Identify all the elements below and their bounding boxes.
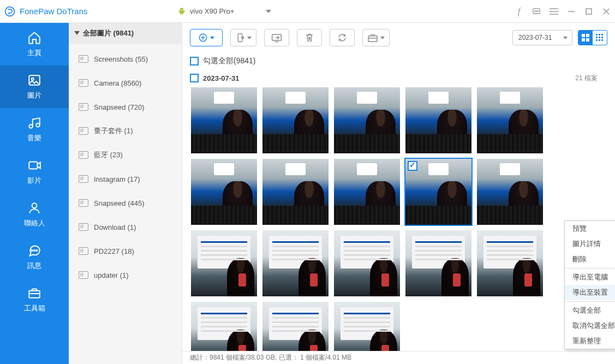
svg-point-17 (32, 203, 37, 208)
export-device-button[interactable] (230, 29, 256, 46)
thumbnail-checkbox[interactable] (408, 161, 417, 171)
album-header-label: 全部圖片 (9841) (83, 28, 134, 38)
nav-contact[interactable]: 聯絡人 (0, 193, 69, 236)
nav-label: 影片 (27, 176, 41, 186)
context-menu-item[interactable]: 導出至裝置 (565, 285, 615, 300)
toolbox-button[interactable] (362, 29, 390, 46)
svg-rect-34 (599, 34, 600, 35)
context-menu-item[interactable]: 勾選全部 (565, 303, 615, 318)
thumbnail[interactable] (262, 159, 329, 225)
svg-rect-39 (596, 39, 598, 41)
svg-point-15 (36, 123, 40, 127)
context-menu-item[interactable]: 取消勾選全部 (565, 318, 615, 333)
svg-rect-29 (582, 34, 585, 37)
select-all-label: 勾選全部(9841) (203, 56, 255, 66)
album-item[interactable]: Snapseed (445) (69, 191, 182, 215)
export-pc-button[interactable] (264, 29, 289, 46)
album-label: 量子套件 (1) (94, 126, 133, 136)
svg-rect-37 (599, 37, 600, 38)
album-item[interactable]: Download (1) (69, 215, 182, 239)
context-menu-item[interactable]: 導出至電腦 (565, 270, 615, 285)
thumbnail[interactable] (334, 159, 400, 225)
album-panel-header[interactable]: 全部圖片 (9841) (69, 23, 182, 44)
delete-button[interactable] (297, 29, 322, 46)
svg-point-4 (538, 10, 538, 11)
album-label: Snapseed (720) (94, 103, 145, 111)
thumbnail[interactable] (477, 87, 543, 153)
toolbar: 2023-07-31 (182, 23, 615, 52)
grid-large-view[interactable] (578, 31, 593, 45)
thumbnail[interactable] (477, 230, 543, 296)
album-item[interactable]: Camera (8560) (69, 71, 182, 95)
context-menu-item[interactable]: 預覽 (565, 221, 615, 236)
device-selector[interactable]: vivo X90 Pro+ (178, 7, 271, 16)
album-icon (79, 271, 88, 279)
album-item[interactable]: 藍牙 (23) (69, 143, 182, 167)
thumbnail[interactable] (405, 159, 471, 225)
context-menu: 預覽圖片詳情刪除導出至電腦導出至裝置勾選全部取消勾選全部重新整理 (564, 220, 615, 349)
thumbnail[interactable] (405, 230, 471, 296)
thumbnail[interactable] (477, 159, 543, 225)
album-icon (79, 151, 88, 159)
album-item[interactable]: updater (1) (69, 263, 182, 287)
album-item[interactable]: PD2227 (18) (69, 239, 182, 263)
facebook-icon[interactable]: f (515, 7, 523, 16)
thumbnail[interactable] (191, 159, 257, 225)
nav-toolbox[interactable]: 工具箱 (0, 278, 69, 321)
svg-rect-21 (29, 291, 40, 298)
svg-point-0 (5, 7, 15, 16)
album-label: Download (1) (94, 223, 136, 231)
album-item[interactable]: Snapseed (720) (69, 95, 182, 119)
thumbnail[interactable] (262, 87, 329, 153)
refresh-icon (337, 33, 347, 43)
svg-rect-28 (368, 36, 377, 41)
thumbnail[interactable] (191, 230, 257, 296)
group-date: 2023-07-31 (203, 74, 240, 82)
nav-home[interactable]: 主頁 (0, 23, 69, 65)
refresh-button[interactable] (330, 29, 355, 46)
thumbnail[interactable] (191, 302, 257, 351)
album-item[interactable]: 量子套件 (1) (69, 119, 182, 143)
nav-label: 主頁 (27, 48, 41, 58)
thumbnail-grid (183, 87, 615, 351)
status-text: 總計：9841 個檔案/38.03 GB; 已選： 1 個檔案/4.01 MB (190, 353, 351, 362)
thumbnail[interactable] (405, 87, 471, 153)
thumbnail[interactable] (334, 302, 400, 351)
album-icon (79, 103, 88, 111)
grid-small-view[interactable] (593, 31, 607, 45)
album-item[interactable]: Instagram (17) (69, 167, 182, 191)
album-panel: 全部圖片 (9841) Screenshots (55)Camera (8560… (69, 23, 182, 364)
date-filter[interactable]: 2023-07-31 (512, 30, 572, 45)
thumbnail[interactable] (334, 230, 400, 296)
group-checkbox[interactable] (190, 74, 199, 82)
context-menu-item[interactable]: 重新整理 (565, 333, 615, 349)
thumbnail[interactable] (191, 87, 257, 153)
nav-message[interactable]: 訊息 (0, 236, 69, 278)
thumbnail[interactable] (262, 230, 329, 296)
thumbnail[interactable] (262, 302, 329, 351)
add-button[interactable] (190, 29, 223, 46)
nav-video[interactable]: 影片 (0, 151, 69, 193)
context-menu-item[interactable]: 圖片詳情 (565, 236, 615, 252)
android-icon (178, 7, 186, 16)
close-button[interactable] (602, 7, 611, 16)
svg-point-19 (34, 250, 35, 251)
svg-rect-38 (601, 37, 603, 38)
chevron-down-icon (247, 37, 252, 39)
menu-icon[interactable] (550, 7, 558, 16)
nav-music[interactable]: 音樂 (0, 108, 69, 151)
album-icon (79, 175, 88, 183)
status-bar: 總計：9841 個檔案/38.03 GB; 已選： 1 個檔案/4.01 MB (182, 351, 615, 364)
thumbnail[interactable] (334, 87, 400, 153)
context-menu-item[interactable]: 刪除 (565, 252, 615, 267)
minimize-button[interactable] (567, 7, 576, 16)
nav-image[interactable]: 圖片 (0, 65, 69, 108)
device-name: vivo X90 Pro+ (190, 7, 234, 15)
select-all-checkbox[interactable] (190, 57, 199, 65)
feedback-icon[interactable] (532, 7, 541, 16)
svg-rect-35 (601, 34, 603, 35)
album-item[interactable]: Screenshots (55) (69, 47, 182, 71)
maximize-button[interactable] (584, 7, 593, 16)
app-title: FonePaw DoTrans (20, 7, 88, 16)
album-label: Screenshots (55) (94, 55, 148, 63)
